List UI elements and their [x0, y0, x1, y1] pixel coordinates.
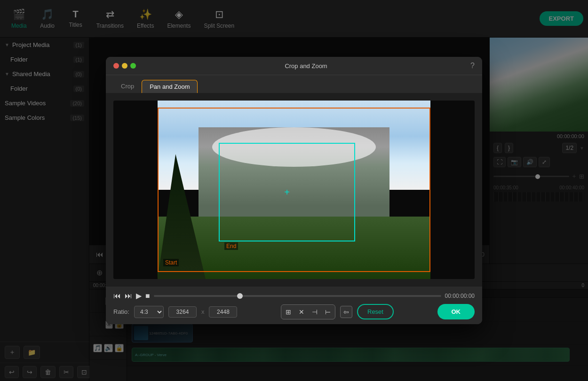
mountain-scene: Start + End	[158, 101, 430, 279]
height-input[interactable]	[209, 306, 237, 318]
align-x-btn[interactable]: ✕	[296, 306, 307, 318]
modal-controls: ⏮ ⏭ ▶ ■ 00:00:00:00 Ratio: 4:3 16:9 1:1 …	[106, 287, 482, 324]
modal-options: Ratio: 4:3 16:9 1:1 Free x ⊞ ✕ ⊣ ⊢	[113, 304, 475, 319]
ratio-label: Ratio:	[113, 308, 129, 315]
dimension-x: x	[201, 308, 205, 315]
modal-play-btn[interactable]: ▶	[136, 291, 142, 300]
modal-help-btn[interactable]: ?	[470, 62, 475, 70]
ok-button[interactable]: OK	[437, 304, 475, 319]
modal-traffic-lights	[113, 63, 136, 69]
modal-titlebar: Crop and Zoom ?	[106, 57, 482, 75]
modal-tab-crop[interactable]: Crop	[113, 80, 142, 93]
width-input[interactable]	[168, 306, 197, 318]
modal-frame-prev-btn[interactable]: ⏭	[125, 292, 132, 300]
modal-title: Crop and Zoom	[142, 62, 470, 70]
modal-stop-btn[interactable]: ■	[145, 292, 150, 300]
ratio-select[interactable]: 4:3 16:9 1:1 Free	[134, 306, 164, 318]
reset-button[interactable]: Reset	[357, 304, 394, 319]
modal-content: Start + End	[106, 93, 482, 287]
modal-timecode: 00:00:00:00	[445, 293, 475, 299]
align-center-btn[interactable]: ⊞	[283, 306, 294, 318]
modal-tab-pan-zoom[interactable]: Pan and Zoom	[142, 80, 198, 93]
modal-overlay: Crop and Zoom ? Crop Pan and Zoom	[0, 0, 588, 381]
align-right-btn[interactable]: ⊢	[322, 306, 334, 318]
mountains	[158, 127, 430, 225]
modal-minimize-btn[interactable]	[122, 63, 127, 69]
crop-zoom-modal: Crop and Zoom ? Crop Pan and Zoom	[106, 57, 482, 324]
modal-close-btn[interactable]	[113, 63, 119, 69]
modal-maximize-btn[interactable]	[130, 63, 136, 69]
modal-playbar: ⏮ ⏭ ▶ ■ 00:00:00:00	[113, 291, 475, 300]
align-left-btn[interactable]: ⊣	[309, 306, 320, 318]
modal-prev-btn[interactable]: ⏮	[113, 292, 121, 300]
swap-btn[interactable]: ⇦	[340, 306, 352, 318]
crop-tab-label: Crop	[121, 83, 134, 90]
align-buttons: ⊞ ✕ ⊣ ⊢	[281, 304, 335, 319]
pan-zoom-tab-label: Pan and Zoom	[150, 83, 190, 90]
modal-progress-bar[interactable]	[154, 295, 441, 297]
modal-tabs: Crop Pan and Zoom	[106, 75, 482, 93]
modal-progress-thumb	[237, 293, 243, 299]
modal-video-area: Start + End	[113, 101, 475, 279]
